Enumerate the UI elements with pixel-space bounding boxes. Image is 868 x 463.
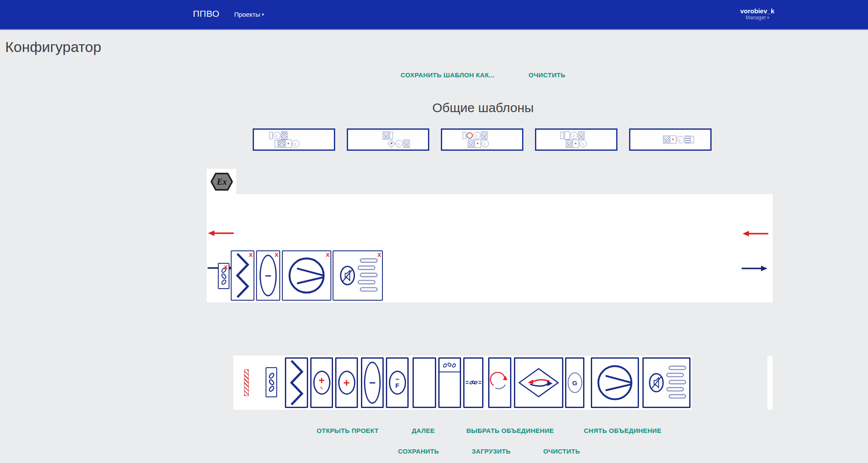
- chevron-down-icon: ▾: [262, 12, 264, 17]
- eheater-icon: + ϟ: [312, 359, 332, 407]
- grid-mini-icon: [481, 131, 488, 140]
- box-mini-icon: [565, 131, 570, 140]
- template-actions: СОХРАНИТЬ ШАБЛОН КАК... ОЧИСТИТЬ: [400, 70, 566, 80]
- rdiamond-mini-icon: [387, 140, 395, 147]
- fan-mini-icon: [292, 140, 300, 147]
- canvas-item-cooler[interactable]: −X: [256, 250, 280, 301]
- canvas-item-fan[interactable]: X: [282, 250, 331, 301]
- silencer-icon: [644, 359, 689, 407]
- slats-mini-icon: [685, 136, 690, 144]
- fan-mini-icon: [273, 132, 281, 139]
- grid-mini-icon: [663, 136, 669, 144]
- palette-item-damper[interactable]: [244, 369, 249, 396]
- grid-mini-icon: [578, 131, 585, 140]
- grid-mini-icon: [278, 140, 285, 148]
- save-button[interactable]: СОХРАНИТЬ: [395, 446, 441, 457]
- clear-template-button[interactable]: ОЧИСТИТЬ: [528, 70, 566, 80]
- palette-item-water-heater[interactable]: +: [335, 357, 358, 408]
- template-thumbnail: [561, 131, 587, 148]
- palette-item-heat-pipe[interactable]: [463, 357, 483, 408]
- component-palette: + ϟ + − − F G: [233, 356, 692, 410]
- template-thumbnail: [269, 131, 300, 148]
- canvas-item-flexible-insert[interactable]: X: [218, 263, 229, 289]
- template-1[interactable]: [253, 128, 335, 151]
- palette-item-freon-cooler[interactable]: − F: [386, 357, 409, 408]
- fan-icon: [592, 359, 638, 407]
- exhaust-air-arrow: [208, 230, 234, 237]
- grid-mini-icon: [468, 140, 474, 148]
- templates-heading: Общие шаблоны: [432, 101, 534, 115]
- palette-edge: [767, 356, 773, 410]
- freon-icon: − F: [387, 359, 407, 407]
- cooler-icon: −: [362, 359, 382, 407]
- grid-mini-icon: [403, 140, 410, 148]
- palette-item-rotary-heat-exchanger[interactable]: [488, 357, 511, 408]
- wheel-mini-icon: [465, 131, 474, 140]
- palette-item-humidifier[interactable]: [438, 357, 461, 408]
- delete-component-icon[interactable]: X: [224, 264, 228, 271]
- vbox-mini-icon: [389, 132, 393, 139]
- load-button[interactable]: ЗАГРУЗИТЬ: [469, 446, 513, 457]
- page-title: Конфигуратор: [5, 39, 101, 55]
- coil-mini-icon: [285, 140, 292, 148]
- palette-item-electric-heater[interactable]: + ϟ: [310, 357, 333, 408]
- template-5[interactable]: [629, 128, 712, 151]
- fan-mini-icon: [474, 132, 481, 139]
- template-thumbnail: [382, 131, 410, 148]
- user-role-label: Manager: [746, 15, 766, 21]
- palette-item-fan[interactable]: [591, 357, 639, 408]
- remove-union-button[interactable]: СНЯТЬ ОБЪЕДИНЕНИЕ: [581, 425, 664, 436]
- template-thumbnail: [463, 131, 489, 148]
- generator-icon: G: [566, 359, 583, 407]
- palette-item-generator[interactable]: G: [565, 357, 584, 408]
- svg-text:Ex: Ex: [216, 177, 226, 186]
- heatpipe-icon: [465, 359, 482, 407]
- vbox-mini-icon: [691, 136, 694, 143]
- coil-mini-icon: [573, 140, 579, 148]
- clear-button[interactable]: ОЧИСТИТЬ: [541, 446, 583, 457]
- grid-mini-icon: [382, 131, 389, 140]
- palette-item-cooler[interactable]: −: [361, 357, 384, 408]
- fan-icon: [283, 251, 330, 300]
- palette-item-filter[interactable]: [285, 357, 308, 408]
- canvas-item-silencer[interactable]: X: [333, 250, 383, 301]
- fan-mini-icon: [571, 132, 578, 139]
- delete-component-icon[interactable]: X: [377, 251, 381, 259]
- supply-air-arrow: [741, 265, 768, 272]
- user-menu[interactable]: vorobiev_k Manager ▾: [740, 7, 774, 21]
- palette-item-flexible-insert[interactable]: [266, 367, 277, 397]
- navbar: ППВО Проекты ▾ vorobiev_k Manager ▾: [0, 0, 868, 30]
- template-thumbnail: [663, 136, 694, 144]
- nav-menu-projects[interactable]: Проекты ▾: [234, 11, 264, 18]
- palette-item-plate-heat-exchanger[interactable]: [514, 357, 563, 408]
- next-button[interactable]: ДАЛЕЕ: [409, 425, 437, 436]
- palette-item-silencer[interactable]: [642, 357, 691, 408]
- chevron-down-icon: ▾: [767, 15, 769, 21]
- delete-component-icon[interactable]: X: [249, 251, 253, 259]
- brand-logo[interactable]: ППВО: [193, 9, 220, 19]
- template-3[interactable]: [441, 128, 523, 151]
- damper-icon: [244, 369, 249, 396]
- delete-component-icon[interactable]: X: [326, 251, 330, 259]
- plate-icon: [515, 359, 562, 407]
- template-4[interactable]: [535, 128, 617, 151]
- explosion-proof-tab[interactable]: Ex: [207, 169, 236, 194]
- configurator-canvas[interactable]: X X −X X X: [207, 194, 773, 302]
- canvas-item-filter[interactable]: X: [231, 250, 254, 301]
- palette-item-empty-section[interactable]: [413, 357, 436, 408]
- open-project-button[interactable]: ОТКРЫТЬ ПРОЕКТ: [314, 425, 381, 436]
- grid-mini-icon: [281, 131, 287, 140]
- atex-ex-icon: Ex: [211, 172, 233, 192]
- template-2[interactable]: [347, 128, 429, 151]
- humidifier-icon: [440, 359, 460, 407]
- delete-component-icon[interactable]: X: [275, 251, 278, 259]
- save-template-as-button[interactable]: СОХРАНИТЬ ШАБЛОН КАК...: [400, 70, 495, 80]
- flex-icon: [266, 368, 276, 396]
- coil-mini-icon: [475, 140, 481, 148]
- empty-icon: [414, 359, 435, 407]
- fan-mini-icon: [395, 140, 403, 147]
- select-union-button[interactable]: ВЫБРАТЬ ОБЪЕДИНЕНИЕ: [464, 425, 556, 436]
- vbox-mini-icon: [463, 132, 466, 139]
- wheater-icon: +: [336, 359, 357, 407]
- fan-mini-icon: [677, 136, 684, 143]
